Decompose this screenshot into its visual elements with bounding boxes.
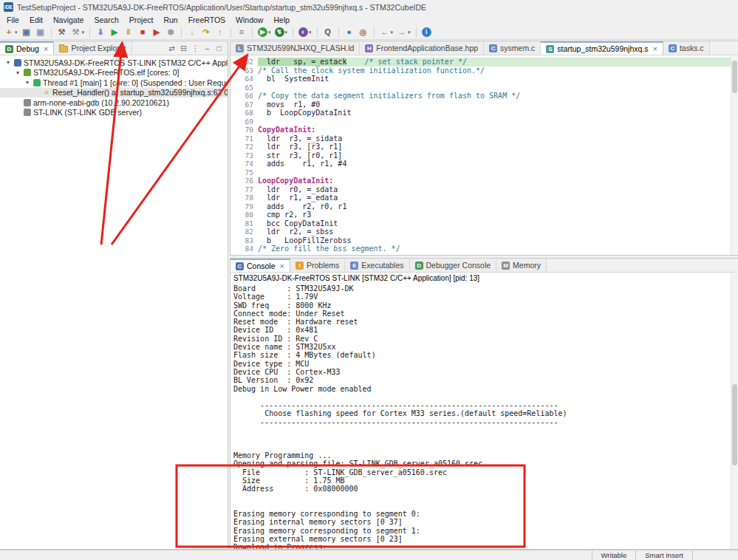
view-menu-icon[interactable]: ⋮: [191, 44, 200, 53]
twisty-icon[interactable]: ▾: [4, 59, 12, 66]
line-number[interactable]: 84: [242, 245, 258, 253]
menu-navigate[interactable]: Navigate: [48, 16, 89, 24]
code-line[interactable]: 68 b LoopCopyDataInit: [230, 109, 731, 117]
line-number[interactable]: 81: [242, 219, 258, 228]
line-number[interactable]: 82: [242, 228, 258, 236]
gutter-annotation[interactable]: [230, 126, 242, 134]
line-number[interactable]: 74: [242, 160, 258, 168]
toolbar-forward-button[interactable]: →▾: [395, 26, 412, 39]
toolbar-search-button[interactable]: Q: [321, 26, 335, 39]
console-scrollbar[interactable]: [731, 273, 738, 549]
instruction-pointer-icon[interactable]: →: [230, 58, 242, 66]
connect-icon[interactable]: ⇄: [167, 44, 177, 53]
close-icon[interactable]: ×: [280, 262, 284, 270]
tree-item[interactable]: ▾STM32U5A9J-DK-FreeRTOS.elf [cores: 0]: [0, 68, 228, 78]
title-bar[interactable]: IDE TestSetupProject - STM32U5A9J-DK-Fre…: [0, 0, 738, 14]
toolbar-step-into-button[interactable]: ↓: [185, 26, 199, 39]
line-number[interactable]: 66: [242, 92, 258, 100]
toolbar-new-wizard-button[interactable]: +▾: [2, 26, 19, 39]
code-line[interactable]: 70CopyDataInit:: [230, 126, 731, 134]
editor-tab-tasks-c[interactable]: Ctasks.c: [663, 41, 710, 55]
minimize-icon[interactable]: –: [202, 44, 212, 53]
tree-item[interactable]: ≡Reset_Handler() at startup_stm32u599njh…: [0, 88, 228, 98]
code-line[interactable]: 81 bcc CopyDataInit: [230, 219, 731, 228]
line-number[interactable]: 79: [242, 202, 258, 211]
collapse-all-icon[interactable]: ⊟: [179, 44, 188, 53]
toolbar-save-button[interactable]: ▣: [20, 26, 33, 39]
toolbar-flash-download-button[interactable]: ⇓: [94, 26, 107, 39]
menu-file[interactable]: File: [1, 16, 24, 24]
gutter-annotation[interactable]: [230, 202, 242, 211]
close-icon[interactable]: ×: [44, 44, 48, 53]
toolbar-debug-resume-button[interactable]: ▶: [108, 26, 121, 39]
gutter-annotation[interactable]: [230, 92, 242, 100]
code-line[interactable]: 72 ldr r3, [r3, r1]: [230, 143, 731, 151]
toolbar-run-button[interactable]: ▶▾: [256, 26, 273, 39]
gutter-annotation[interactable]: [230, 109, 242, 117]
code-line[interactable]: 65: [230, 83, 731, 92]
line-number[interactable]: 63: [242, 66, 258, 75]
gutter-annotation[interactable]: [230, 177, 242, 185]
gutter-annotation[interactable]: [230, 160, 242, 168]
toolbar-step-return-button[interactable]: ↑: [213, 26, 227, 39]
console-tab-console[interactable]: CConsole×: [230, 259, 290, 272]
line-number[interactable]: 72: [242, 143, 258, 151]
menu-run[interactable]: Run: [158, 16, 182, 24]
editor-tab-sysmem-c[interactable]: Csysmem.c: [484, 41, 541, 55]
line-number[interactable]: 77: [242, 185, 258, 194]
code-line[interactable]: 83 b LoopFillZerobss: [230, 236, 731, 245]
console-tab-debugger-console[interactable]: DDebugger Console: [410, 259, 497, 272]
toolbar-toggle-breakpoint-button[interactable]: ●: [343, 26, 356, 39]
code-line[interactable]: 82 ldr r2, =_sbss: [230, 228, 731, 236]
code-line[interactable]: 79 adds r2, r0, r1: [230, 202, 731, 211]
toolbar-suspend-button[interactable]: ‖: [122, 26, 135, 39]
tree-item[interactable]: ▾STM32U5A9J-DK-FreeRTOS ST-LINK [STM32 C…: [0, 58, 228, 68]
console-tab-executables[interactable]: EExecutables: [345, 259, 409, 272]
gutter-annotation[interactable]: [230, 83, 242, 92]
tree-item[interactable]: ▾Thread #1 [main] 1 [core: 0] (Suspended…: [0, 78, 228, 88]
editor-tab-stm32u599njhxq-flash-ld[interactable]: LSTM32U599NJHXQ_FLASH.ld: [230, 41, 360, 55]
editor-tab-frontendapplicationbase-hpp[interactable]: HFrontendApplicationBase.hpp: [360, 41, 484, 55]
twisty-icon[interactable]: ▾: [24, 79, 31, 86]
editor-scrollbar[interactable]: [731, 56, 738, 255]
toolbar-build-all-button[interactable]: ⚒: [55, 26, 69, 39]
toolbar-debug-button[interactable]: ↯▾: [273, 26, 290, 39]
code-line[interactable]: 77 ldr r0, =_sdata: [230, 185, 731, 194]
editor-tab-startup-stm32u599njhxq-s[interactable]: Sstartup_stm32u599njhxq.s×: [541, 41, 663, 55]
line-number[interactable]: 71: [242, 134, 258, 143]
menu-edit[interactable]: Edit: [24, 16, 48, 24]
menu-project[interactable]: Project: [124, 16, 159, 24]
toolbar-back-button[interactable]: ←▾: [378, 26, 395, 39]
menu-help[interactable]: Help: [268, 16, 295, 24]
line-number[interactable]: 62: [242, 58, 258, 66]
line-number[interactable]: 76: [242, 177, 258, 185]
console-tab-problems[interactable]: !Problems: [290, 259, 345, 272]
line-number[interactable]: 80: [242, 211, 258, 219]
gutter-annotation[interactable]: [230, 219, 242, 228]
code-line[interactable]: 63/* Call the clock system initializatio…: [230, 66, 731, 75]
code-line[interactable]: 80 cmp r2, r3: [230, 211, 731, 219]
gutter-annotation[interactable]: [230, 194, 242, 202]
code-line[interactable]: 76LoopCopyDataInit:: [230, 177, 731, 185]
line-number[interactable]: 75: [242, 168, 258, 177]
code-line[interactable]: 75: [230, 168, 731, 177]
console-output[interactable]: Board : STM32U5A9J-DKVoltage : 1.79VSWD …: [233, 284, 729, 549]
code-line[interactable]: 84/* Zero fill the bss segment. */: [230, 245, 731, 253]
gutter-annotation[interactable]: [230, 211, 242, 219]
tree-item[interactable]: arm-none-eabi-gdb (10.2.90.20210621): [0, 98, 228, 108]
toolbar-instruction-stepping-button[interactable]: ≡: [235, 26, 248, 39]
close-icon[interactable]: ×: [653, 44, 657, 53]
gutter-annotation[interactable]: [230, 151, 242, 160]
editor-scrollbar-thumb[interactable]: [732, 61, 737, 93]
gutter-annotation[interactable]: [230, 168, 242, 177]
gutter-annotation[interactable]: [230, 228, 242, 236]
gutter-annotation[interactable]: [230, 236, 242, 245]
gutter-annotation[interactable]: [230, 143, 242, 151]
line-number[interactable]: 83: [242, 236, 258, 245]
code-line[interactable]: →62 ldr sp, =_estack /* set stack pointe…: [230, 58, 731, 66]
gutter-annotation[interactable]: [230, 245, 242, 253]
left-tab-project-explorer[interactable]: Project Explorer: [54, 41, 132, 55]
toolbar-info-button[interactable]: i: [420, 26, 433, 39]
line-number[interactable]: 67: [242, 100, 258, 109]
code-line[interactable]: 74 adds r1, r1, #4: [230, 160, 731, 168]
